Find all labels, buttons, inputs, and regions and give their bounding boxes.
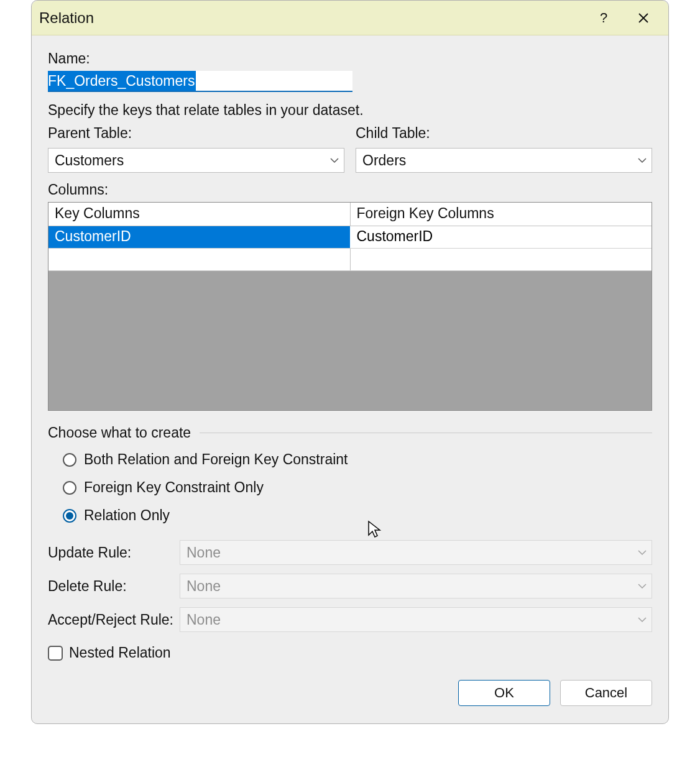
columns-label: Columns: bbox=[48, 181, 652, 198]
radio-icon bbox=[63, 509, 76, 523]
delete-rule-combo: None bbox=[180, 574, 652, 598]
grid-cell-empty[interactable] bbox=[48, 249, 351, 270]
grid-row[interactable]: CustomerID CustomerID bbox=[48, 226, 652, 249]
subtext: Specify the keys that relate tables in y… bbox=[48, 102, 652, 119]
radio-both[interactable]: Both Relation and Foreign Key Constraint bbox=[63, 451, 652, 468]
ok-button[interactable]: OK bbox=[458, 680, 550, 706]
grid-header-fk: Foreign Key Columns bbox=[351, 203, 652, 226]
name-input[interactable]: FK_Orders_Customers bbox=[48, 71, 196, 91]
create-group: Choose what to create Both Relation and … bbox=[48, 424, 652, 524]
name-label: Name: bbox=[48, 50, 652, 67]
radio-icon bbox=[63, 481, 76, 495]
accept-rule-value: None bbox=[187, 612, 221, 628]
radio-fk-only-label: Foreign Key Constraint Only bbox=[84, 479, 264, 496]
update-rule-label: Update Rule: bbox=[48, 544, 176, 561]
chevron-down-icon bbox=[330, 157, 339, 163]
group-title: Choose what to create bbox=[48, 424, 191, 441]
radio-group: Both Relation and Foreign Key Constraint… bbox=[63, 451, 652, 524]
chevron-down-icon bbox=[638, 617, 647, 623]
dialog-content: Name: FK_Orders_Customers Specify the ke… bbox=[32, 35, 668, 723]
grid-cell-fk[interactable]: CustomerID bbox=[351, 226, 652, 248]
nested-relation-checkbox[interactable]: Nested Relation bbox=[48, 644, 652, 661]
radio-icon bbox=[63, 453, 76, 467]
grid-row-empty[interactable] bbox=[48, 249, 652, 271]
cancel-button-label: Cancel bbox=[585, 685, 627, 701]
chevron-down-icon bbox=[638, 157, 647, 163]
nested-relation-label: Nested Relation bbox=[69, 644, 171, 661]
ok-button-label: OK bbox=[494, 685, 514, 701]
radio-fk-only[interactable]: Foreign Key Constraint Only bbox=[63, 479, 652, 496]
radio-relation-only-label: Relation Only bbox=[84, 507, 170, 524]
parent-table-combo[interactable]: Customers bbox=[48, 148, 344, 173]
update-rule-value: None bbox=[187, 544, 221, 561]
grid-cell-empty[interactable] bbox=[351, 249, 652, 270]
columns-grid[interactable]: Key Columns Foreign Key Columns Customer… bbox=[48, 202, 652, 411]
accept-rule-combo: None bbox=[180, 607, 652, 632]
chevron-down-icon bbox=[638, 583, 647, 589]
delete-rule-label: Delete Rule: bbox=[48, 578, 176, 595]
grid-header: Key Columns Foreign Key Columns bbox=[48, 203, 652, 226]
radio-both-label: Both Relation and Foreign Key Constraint bbox=[84, 451, 348, 468]
grid-cell-key[interactable]: CustomerID bbox=[48, 226, 351, 248]
group-divider bbox=[200, 433, 652, 433]
help-icon: ? bbox=[600, 10, 607, 26]
child-table-label: Child Table: bbox=[356, 125, 652, 142]
cancel-button[interactable]: Cancel bbox=[560, 680, 652, 706]
update-rule-combo: None bbox=[180, 540, 652, 565]
radio-relation-only[interactable]: Relation Only bbox=[63, 507, 652, 524]
child-table-value: Orders bbox=[362, 152, 406, 169]
relation-dialog: Relation ? Name: FK_Orders_Customers Spe… bbox=[31, 0, 669, 724]
dialog-title: Relation bbox=[39, 9, 586, 27]
titlebar: Relation ? bbox=[32, 1, 668, 35]
chevron-down-icon bbox=[638, 549, 647, 556]
accept-rule-label: Accept/Reject Rule: bbox=[48, 612, 176, 628]
parent-table-label: Parent Table: bbox=[48, 125, 344, 142]
grid-header-key: Key Columns bbox=[48, 203, 351, 226]
checkbox-icon bbox=[48, 646, 63, 661]
close-button[interactable] bbox=[626, 6, 661, 30]
help-button[interactable]: ? bbox=[586, 6, 621, 30]
parent-table-value: Customers bbox=[55, 152, 124, 169]
delete-rule-value: None bbox=[187, 578, 221, 595]
child-table-combo[interactable]: Orders bbox=[356, 148, 652, 173]
name-input-wrap: FK_Orders_Customers bbox=[48, 71, 352, 92]
close-icon bbox=[638, 12, 649, 24]
